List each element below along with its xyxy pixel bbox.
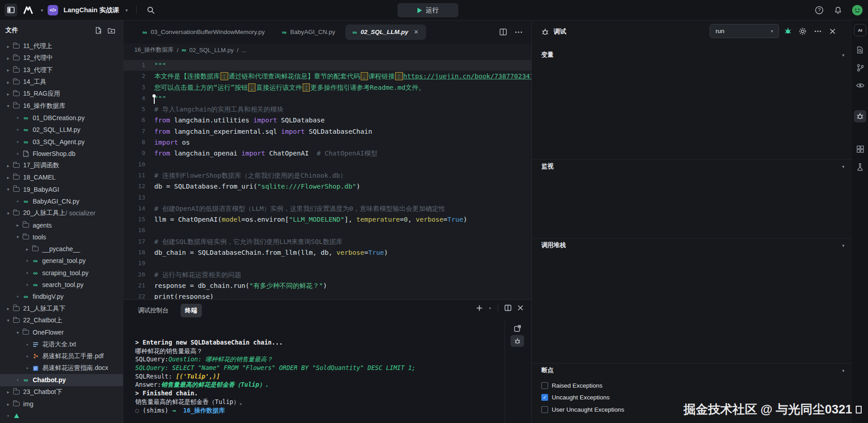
tree-chevron-icon[interactable]: ▸	[5, 44, 12, 49]
tree-item[interactable]: ▸agents	[0, 219, 123, 231]
logo-chevron-icon[interactable]: ▾	[41, 8, 43, 13]
tree-chevron-icon[interactable]: ▸	[5, 306, 12, 311]
more-actions-icon[interactable]	[512, 26, 525, 39]
tree-item[interactable]: ▸img	[0, 398, 123, 410]
code-line[interactable]: 13	[123, 192, 531, 203]
debug-section-header[interactable]: 断点▾	[532, 364, 853, 377]
breakpoint-row[interactable]: Raised Exceptions	[541, 380, 603, 390]
breadcrumb[interactable]: 16_操作数据库 / ∞ 02_SQL_LLM.py / ...	[123, 44, 531, 56]
tree-item[interactable]: ●∞Chatbot.py	[0, 374, 123, 386]
code-line[interactable]: 10	[123, 159, 531, 170]
run-button[interactable]: 运行	[397, 3, 458, 17]
chevron-down-icon[interactable]: ▾	[842, 368, 844, 373]
project-name[interactable]: LangChain 实战课	[64, 6, 119, 15]
tree-item[interactable]: ●花语大全.txt	[0, 338, 123, 350]
code-line[interactable]: 16	[123, 225, 531, 236]
code-line[interactable]: 20# 运行与鲜花运营相关的问题	[123, 269, 531, 280]
debug-console-filter-icon[interactable]	[510, 335, 524, 347]
code-line[interactable]: 2本文件是【连接数据库：通过链和代理查询鲜花信息】章节的配套代码，课程链接：ht…	[123, 71, 531, 82]
code-line[interactable]: 3您可以点击最上方的“运行”按钮，直接运行该文件；更多操作指引请参考Readme…	[123, 82, 531, 93]
new-folder-icon[interactable]	[105, 24, 118, 37]
tree-item[interactable]: ▾16_操作数据库	[0, 100, 123, 112]
tree-item[interactable]: ▾20_人脉工具上 / socializer	[0, 207, 123, 219]
tree-item[interactable]: ▾OneFlower	[0, 326, 123, 338]
code-line[interactable]: 1"""	[123, 60, 531, 71]
panel-split-icon[interactable]	[505, 305, 511, 311]
project-chevron-icon[interactable]: ▾	[125, 8, 128, 13]
code-line[interactable]: 7from langchain_experimental.sql import …	[123, 126, 531, 137]
code-line[interactable]: 9from langchain_openai import ChatOpenAI…	[123, 148, 531, 159]
panel-close-icon[interactable]	[518, 305, 523, 311]
tree-chevron-icon[interactable]: ▸	[5, 163, 12, 168]
code-line[interactable]: 22print(response)	[123, 291, 531, 299]
tree-chevron-icon[interactable]: ▾	[5, 211, 12, 216]
chevron-down-icon[interactable]: ▾	[842, 164, 844, 169]
tree-chevron-icon[interactable]: ▸	[5, 68, 12, 73]
code-line[interactable]: 17# 创建SQL数据库链实例，它允许我们使用LLM来查询SQL数据库	[123, 236, 531, 247]
tree-item[interactable]: ▸23_Chatbot下	[0, 386, 123, 398]
panel-tab[interactable]: 终端	[181, 304, 202, 317]
chevron-down-icon[interactable]: ▾	[842, 53, 844, 58]
tree-item[interactable]: ●	[0, 410, 123, 422]
debug-more-icon[interactable]	[811, 24, 824, 38]
git-branch-icon[interactable]	[854, 62, 866, 74]
ai-badge[interactable]: AI	[854, 24, 866, 36]
panel-add-chevron-icon[interactable]: ▾	[489, 306, 491, 311]
tree-chevron-icon[interactable]: ▸	[5, 175, 12, 180]
tree-chevron-icon[interactable]: ▸	[5, 56, 12, 61]
beaker-icon[interactable]	[854, 161, 866, 173]
debug-section-header[interactable]: 调用堆栈▾	[532, 239, 853, 252]
chevron-down-icon[interactable]: ▾	[842, 243, 844, 248]
tree-chevron-icon[interactable]: ▸	[5, 389, 12, 394]
tree-item[interactable]: ▸21_人脉工具下	[0, 303, 123, 315]
breakpoint-row[interactable]: ✓Uncaught Exceptions	[541, 392, 610, 402]
tree-item[interactable]: ▸12_代理中	[0, 52, 123, 64]
tree-item[interactable]: ●易速鲜花员工手册.pdf	[0, 350, 123, 362]
tree-item[interactable]: ▸14_工具	[0, 76, 123, 88]
code-line[interactable]: 18db_chain = SQLDatabaseChain.from_llm(l…	[123, 247, 531, 258]
tree-chevron-icon[interactable]: ▾	[5, 103, 12, 108]
code-editor[interactable]: 1"""2本文件是【连接数据库：通过链和代理查询鲜花信息】章节的配套代码，课程链…	[123, 56, 531, 299]
tree-item[interactable]: ▸__pycache__	[0, 243, 123, 255]
tree-item[interactable]: ●∞general_tool.py	[0, 255, 123, 267]
tree-item[interactable]: ●∞02_SQL_LLM.py	[0, 124, 123, 136]
tree-chevron-icon[interactable]: ▾	[5, 187, 12, 192]
debug-settings-gear-icon[interactable]	[796, 24, 809, 38]
breakpoint-checkbox[interactable]	[541, 406, 548, 413]
tree-item[interactable]: ▸11_代理上	[0, 40, 123, 52]
app-logo[interactable]	[22, 4, 34, 16]
tree-item[interactable]: ●∞01_DBCreation.py	[0, 112, 123, 124]
code-line[interactable]: 19	[123, 258, 531, 269]
debug-close-icon[interactable]	[826, 24, 839, 38]
tree-item[interactable]: ●∞03_SQL_Agent.py	[0, 136, 123, 147]
breakpoint-checkbox[interactable]: ✓	[541, 394, 548, 401]
split-editor-icon[interactable]	[497, 26, 510, 39]
code-line[interactable]: 8import os	[123, 137, 531, 148]
editor-tab[interactable]: ∞BabyAGI_CN.py	[275, 24, 343, 40]
user-avatar[interactable]	[851, 4, 863, 17]
code-line[interactable]: 6from langchain.utilities import SQLData…	[123, 115, 531, 126]
file-search-icon[interactable]	[854, 44, 866, 56]
tree-item[interactable]: ▸13_代理下	[0, 64, 123, 76]
code-line[interactable]: 21response = db_chain.run("有多少种不同的鲜花？")	[123, 280, 531, 291]
code-line[interactable]: 11# 连接到FlowerShop数据库（之前我们使用的是Chinook.db）	[123, 170, 531, 181]
code-line[interactable]: 4"""	[123, 93, 531, 104]
tree-chevron-icon[interactable]: ▸	[14, 223, 21, 228]
panel-tab[interactable]: 调试控制台	[133, 304, 173, 317]
extensions-icon[interactable]	[854, 143, 866, 155]
code-line[interactable]: 12db = SQLDatabase.from_uri("sqlite:///F…	[123, 181, 531, 192]
sidebar-toggle-icon[interactable]	[5, 4, 17, 16]
tree-chevron-icon[interactable]: ▸	[5, 92, 12, 97]
help-icon[interactable]: ?	[813, 4, 825, 17]
tree-chevron-icon[interactable]: ▾	[14, 234, 21, 239]
tree-item[interactable]: ▾19_BabyAGI	[0, 184, 123, 195]
search-icon[interactable]	[145, 4, 157, 16]
tree-chevron-icon[interactable]: ▸	[5, 402, 12, 407]
code-line[interactable]: 15llm = ChatOpenAI(model=os.environ["LLM…	[123, 214, 531, 225]
tree-chevron-icon[interactable]: ▸	[5, 80, 12, 85]
debug-config-select[interactable]: run ▾	[710, 24, 779, 38]
tree-chevron-icon[interactable]: ▾	[5, 318, 12, 323]
tree-chevron-icon[interactable]: ▸	[24, 247, 31, 252]
tree-chevron-icon[interactable]: ▾	[14, 330, 21, 335]
start-debug-icon[interactable]	[781, 24, 794, 38]
